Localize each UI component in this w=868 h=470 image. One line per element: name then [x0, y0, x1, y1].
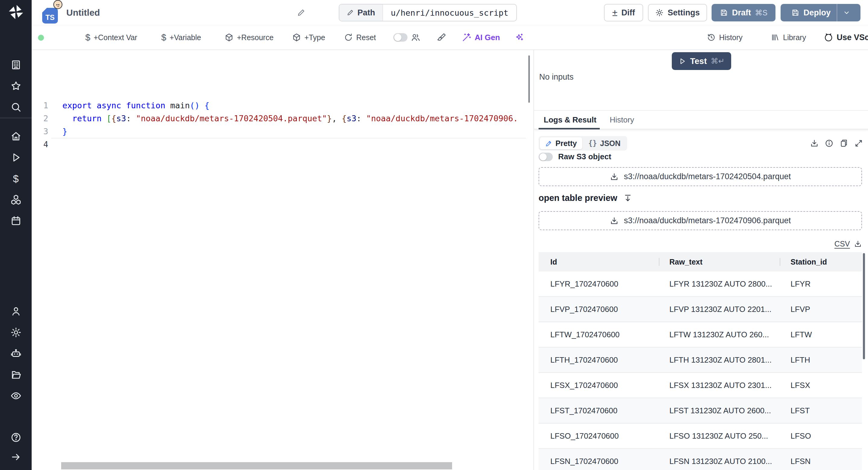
table-cell: LFST_1702470600	[538, 406, 659, 415]
sidebar-item-workers[interactable]	[10, 348, 22, 359]
script-history-label: History	[719, 33, 743, 42]
sidebar-item-settings[interactable]	[10, 327, 22, 338]
raw-s3-toggle[interactable]	[538, 153, 553, 161]
edit-summary-pencil-icon[interactable]	[297, 8, 305, 17]
result-actions	[810, 139, 863, 148]
table-scrollbar[interactable]	[863, 253, 865, 359]
page-title: Untitled	[66, 0, 100, 25]
run-panel: Test ⌘↵ No inputs Logs & Result History …	[533, 50, 868, 470]
path-input[interactable]: Path u/henri/innocuous_script	[339, 4, 517, 22]
table-cell: LFSN_1702470600	[538, 457, 659, 466]
chevron-down-icon[interactable]	[843, 9, 850, 17]
status-dot	[38, 35, 44, 41]
pretty-view-button[interactable]: Pretty	[540, 137, 582, 149]
copy-clipboard-icon[interactable]	[839, 139, 848, 148]
line-numbers: 1234	[32, 99, 48, 151]
json-view-button[interactable]: {} JSON	[583, 137, 626, 149]
table-cell: LFTH	[780, 355, 862, 365]
table-row: LFSX_1702470600LFSX 131230Z AUTO 2301...…	[538, 373, 862, 398]
s3-file-2-label: s3://noaa/duckdb/metars-1702470906.parqu…	[624, 216, 791, 225]
table-cell: LFSX 131230Z AUTO 2301...	[659, 381, 780, 390]
code-line[interactable]: export async function main() {	[62, 99, 518, 112]
editor-toolbar: $ +Context Var $ +Variable +Resource +Ty…	[32, 25, 868, 50]
path-label: Path	[358, 8, 375, 18]
add-variable-label: +Variable	[170, 33, 201, 42]
download-icon	[610, 216, 619, 225]
sidebar-item-users[interactable]	[10, 305, 22, 317]
library-button[interactable]: Library	[771, 25, 806, 50]
code-editor[interactable]: 1234 export async function main() { retu…	[32, 50, 533, 470]
path-value[interactable]: u/henri/innocuous_script	[383, 4, 516, 21]
editor-horizontal-scrollbar[interactable]	[61, 462, 452, 469]
sidebar-item-home[interactable]	[10, 130, 22, 142]
play-icon	[678, 57, 686, 65]
column-header-raw-text: Raw_text	[659, 258, 780, 266]
draft-button-label: Draft	[732, 8, 751, 18]
settings-button[interactable]: Settings	[648, 4, 707, 22]
library-icon	[771, 33, 780, 42]
collapse-sidebar-icon[interactable]	[10, 451, 22, 463]
table-cell: LFSN	[780, 457, 862, 466]
table-cell: LFYR 131230Z AUTO 2800...	[659, 280, 780, 289]
table-cell: LFTW_1702470600	[538, 330, 659, 340]
add-variable-button[interactable]: $ +Variable	[161, 25, 201, 50]
braces-icon: {}	[588, 139, 597, 148]
ai-gen-button[interactable]: AI Gen	[462, 25, 500, 50]
script-history-button[interactable]: History	[707, 25, 743, 50]
sidebar-item-schedules[interactable]	[10, 215, 22, 227]
ai-sparkles-button[interactable]	[515, 25, 524, 50]
test-button[interactable]: Test ⌘↵	[672, 52, 731, 70]
editor-vertical-scrollbar[interactable]	[528, 56, 530, 102]
library-label: Library	[783, 33, 806, 42]
column-separator	[659, 258, 659, 266]
sidebar-item-resources[interactable]	[10, 194, 22, 205]
arrow-down-from-line-icon[interactable]	[623, 194, 632, 203]
tab-logs-result[interactable]: Logs & Result	[544, 111, 596, 129]
format-button[interactable]	[437, 25, 446, 50]
sidebar-item-folders[interactable]	[10, 369, 22, 380]
table-cell: LFSX_1702470600	[538, 381, 659, 390]
code-line[interactable]: return [{s3: "noaa/duckdb/metars-1702420…	[62, 112, 518, 125]
add-type-label: +Type	[304, 33, 325, 42]
table-cell: LFYR	[780, 280, 862, 289]
table-row: LFSN_1702470600LFSN 131230Z AUTO 2100...…	[538, 449, 862, 470]
windmill-logo-icon[interactable]	[7, 4, 24, 21]
add-resource-button[interactable]: +Resource	[224, 25, 274, 50]
sidebar-item-workspace[interactable]	[10, 59, 22, 70]
sidebar-item-favorites[interactable]	[10, 80, 22, 92]
s3-download-button-1[interactable]: s3://noaa/duckdb/metars-1702420504.parqu…	[538, 167, 862, 186]
use-vscode-button[interactable]: Use VScode	[824, 25, 868, 50]
code-content[interactable]: export async function main() { return [{…	[62, 99, 518, 151]
download-icon[interactable]	[810, 139, 819, 148]
info-icon[interactable]	[825, 139, 834, 148]
github-icon	[824, 33, 833, 42]
csv-export[interactable]: CSV	[835, 239, 862, 248]
tab-history[interactable]: History	[610, 111, 634, 129]
sidebar-item-runs[interactable]	[10, 152, 22, 163]
help-icon[interactable]	[10, 432, 22, 443]
s3-download-button-2[interactable]: s3://noaa/duckdb/metars-1702470906.parqu…	[538, 211, 862, 230]
table-header: Id Raw_text Station_id	[538, 252, 862, 271]
column-header-id: Id	[538, 258, 659, 266]
reset-button[interactable]: Reset	[344, 25, 376, 50]
header: TS Untitled Path u/henri/innocuous_scrip…	[32, 0, 868, 25]
deploy-button-label: Deploy	[804, 8, 831, 18]
column-header-station-id: Station_id	[780, 258, 862, 266]
sidebar-item-audit[interactable]	[10, 390, 22, 402]
code-line[interactable]	[62, 138, 518, 151]
sidebar-item-variables[interactable]: $	[13, 173, 19, 185]
expand-icon[interactable]	[854, 139, 863, 148]
draft-button[interactable]: Draft ⌘S	[712, 4, 775, 22]
add-context-var-button[interactable]: $ +Context Var	[85, 25, 137, 50]
table-cell: LFVP 131230Z AUTO 2201...	[659, 305, 780, 314]
search-icon[interactable]	[10, 101, 22, 113]
code-line[interactable]: }	[62, 125, 518, 138]
multiplayer-toggle[interactable]	[393, 33, 407, 41]
deploy-button[interactable]: Deploy	[781, 4, 861, 22]
csv-link[interactable]: CSV	[835, 239, 850, 248]
raw-s3-row: Raw S3 object	[538, 152, 611, 161]
add-type-button[interactable]: +Type	[292, 25, 325, 50]
diff-button[interactable]: ± Diff	[604, 4, 643, 22]
typescript-badge: TS	[42, 8, 58, 24]
brush-icon	[437, 33, 446, 42]
